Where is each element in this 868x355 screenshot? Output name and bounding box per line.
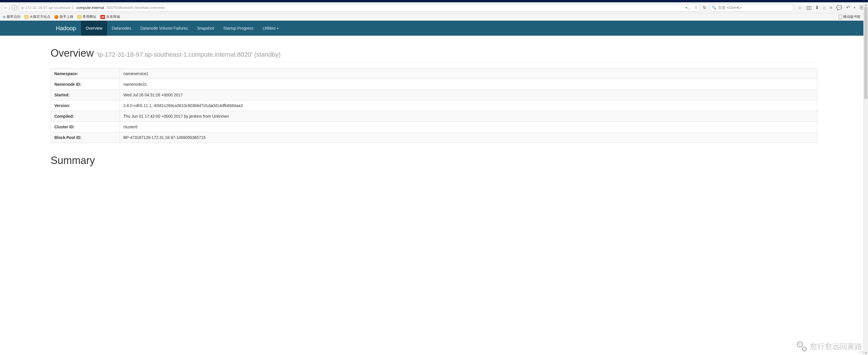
row-label: Version: bbox=[51, 100, 120, 111]
row-label: Namenode ID: bbox=[51, 79, 120, 90]
nav-label: Utilities bbox=[262, 26, 276, 30]
back-button[interactable]: ← bbox=[2, 4, 10, 12]
nav-overview[interactable]: Overview bbox=[81, 21, 107, 36]
bookmark-jd[interactable]: JD 京东商城 bbox=[99, 14, 121, 20]
sidebar-icon[interactable]: ≡ bbox=[830, 5, 832, 10]
row-value: 2.6.0-cdh5.11.1, rb581c269ca3610c603b6d7… bbox=[120, 100, 817, 111]
summary-heading: Summary bbox=[51, 154, 817, 167]
bookmark-folder-firefox[interactable]: 火狐官方站点 bbox=[23, 14, 52, 20]
menu-icon[interactable]: ☰ bbox=[859, 5, 863, 10]
row-value: nameservice1 bbox=[120, 68, 817, 79]
bookmark-most-visited[interactable]: ⧉ 最常访问 bbox=[2, 14, 22, 20]
row-label: Compiled: bbox=[51, 111, 120, 122]
undo-icon[interactable]: ↶ bbox=[846, 5, 850, 10]
url-text-post: :50070/dfshealth.html#tab-overview bbox=[106, 5, 165, 10]
page-content: Overview 'ip-172-31-18-97.ap-southeast-1… bbox=[0, 36, 868, 172]
bookmark-label: 移动版书签 bbox=[843, 14, 861, 19]
row-value: Thu Jun 01 17:42:00 +0000 2017 by jenkin… bbox=[120, 111, 817, 122]
overview-table: Namespace:nameservice1 Namenode ID:namen… bbox=[51, 68, 817, 143]
bookmark-label: 常用网址 bbox=[83, 14, 96, 19]
url-text-host: compute.internal bbox=[76, 5, 104, 10]
url-text-pre: ip-172-31-18-97.ap-southeast-1. bbox=[21, 5, 74, 10]
toolbar-icons: ☆ ▯▯▯ ⬇ ⌂ ≡ 💬 ↶ ▾ ☰ bbox=[795, 5, 866, 10]
reload-button[interactable]: ↻ bbox=[702, 5, 708, 11]
search-bar[interactable]: 🔍 bbox=[710, 4, 793, 11]
folder-icon bbox=[78, 15, 82, 19]
home-icon[interactable]: ⌂ bbox=[823, 5, 826, 10]
row-value: Wed Jul 26 04:31:26 +0000 2017 bbox=[120, 90, 817, 100]
brand[interactable]: Hadoop bbox=[51, 21, 81, 36]
url-bar[interactable]: ip-172-31-18-97.ap-southeast-1.compute.i… bbox=[19, 4, 700, 11]
row-value: BP-473187128-172.31.18.97-1499095365715 bbox=[120, 132, 817, 143]
shield-icon[interactable]: ▾◡ bbox=[684, 5, 692, 10]
bookmark-label: 新手上路 bbox=[60, 14, 73, 19]
heading-subtext: 'ip-172-31-18-97.ap-southeast-1.compute.… bbox=[97, 51, 280, 58]
row-label: Cluster ID: bbox=[51, 122, 120, 132]
table-row: Version:2.6.0-cdh5.11.1, rb581c269ca3610… bbox=[51, 100, 817, 111]
most-visited-icon: ⧉ bbox=[3, 15, 5, 19]
site-identity-icon[interactable]: i bbox=[11, 5, 17, 11]
table-row: Compiled:Thu Jun 01 17:42:00 +0000 2017 … bbox=[51, 111, 817, 122]
chevron-down-icon: ▾ bbox=[277, 27, 278, 30]
table-row: Namenode ID:namenode31 bbox=[51, 79, 817, 90]
bookmark-folder-common[interactable]: 常用网址 bbox=[76, 14, 97, 20]
bookmark-getting-started[interactable]: 新手上路 bbox=[53, 14, 74, 20]
chat-icon[interactable]: 💬 bbox=[836, 5, 842, 10]
search-icon: 🔍 bbox=[712, 5, 716, 10]
heading-text: Overview bbox=[51, 47, 94, 59]
nav-volume-failures[interactable]: Datanode Volume Failures bbox=[136, 21, 192, 36]
mobile-icon bbox=[839, 15, 842, 19]
row-label: Namespace: bbox=[51, 68, 120, 79]
hadoop-navbar: Hadoop Overview Datanodes Datanode Volum… bbox=[0, 21, 868, 36]
bookmarks-bar: ⧉ 最常访问 火狐官方站点 新手上路 常用网址 JD 京东商城 移动版书签 bbox=[0, 13, 868, 21]
bookmark-label: 最常访问 bbox=[7, 14, 21, 19]
row-label: Started: bbox=[51, 90, 120, 100]
row-value: cluster6 bbox=[120, 122, 817, 132]
mobile-bookmarks[interactable]: 移动版书签 bbox=[837, 14, 862, 20]
dropdown-caret-icon[interactable]: ▾ bbox=[854, 6, 855, 9]
nav-startup-progress[interactable]: Startup Progress bbox=[219, 21, 258, 36]
folder-icon bbox=[25, 15, 29, 19]
vertical-scrollbar[interactable]: ▴ ▾ bbox=[863, 2, 868, 172]
nav-utilities[interactable]: Utilities ▾ bbox=[258, 21, 283, 36]
scroll-up-icon[interactable]: ▴ bbox=[864, 2, 868, 7]
firefox-icon bbox=[54, 15, 58, 19]
browser-tab-strip bbox=[0, 0, 868, 2]
scrollbar-thumb[interactable] bbox=[864, 7, 867, 99]
page-title: Overview 'ip-172-31-18-97.ap-southeast-1… bbox=[51, 47, 817, 62]
qr-icon[interactable]: ⠿ bbox=[693, 5, 698, 10]
nav-snapshot[interactable]: Snapshot bbox=[192, 21, 219, 36]
row-value: namenode31 bbox=[120, 79, 817, 90]
download-icon[interactable]: ⬇ bbox=[815, 5, 819, 10]
library-icon[interactable]: ▯▯▯ bbox=[806, 5, 811, 10]
bookmark-star-icon[interactable]: ☆ bbox=[798, 5, 802, 10]
table-row: Namespace:nameservice1 bbox=[51, 68, 817, 79]
bookmark-label: 京东商城 bbox=[106, 14, 120, 19]
nav-datanodes[interactable]: Datanodes bbox=[107, 21, 136, 36]
jd-icon: JD bbox=[100, 15, 105, 19]
search-input[interactable] bbox=[718, 5, 791, 10]
browser-toolbar: ← i ip-172-31-18-97.ap-southeast-1.compu… bbox=[0, 2, 868, 13]
table-row: Block Pool ID:BP-473187128-172.31.18.97-… bbox=[51, 132, 817, 143]
row-label: Block Pool ID: bbox=[51, 132, 120, 143]
bookmark-label: 火狐官方站点 bbox=[30, 14, 50, 19]
table-row: Cluster ID:cluster6 bbox=[51, 122, 817, 132]
table-row: Started:Wed Jul 26 04:31:26 +0000 2017 bbox=[51, 90, 817, 100]
